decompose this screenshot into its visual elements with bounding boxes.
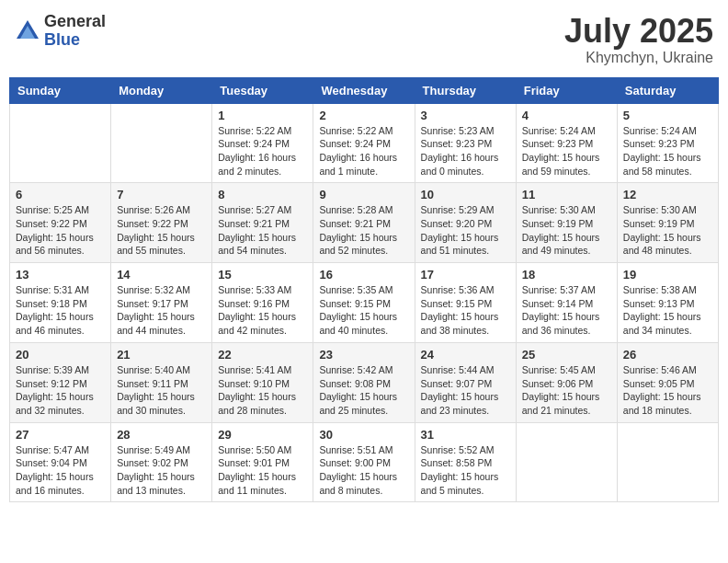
day-cell: 7Sunrise: 5:26 AM Sunset: 9:22 PM Daylig… [111,183,212,263]
day-cell: 8Sunrise: 5:27 AM Sunset: 9:21 PM Daylig… [212,183,313,263]
day-info: Sunrise: 5:32 AM Sunset: 9:17 PM Dayligh… [117,283,206,338]
day-info: Sunrise: 5:40 AM Sunset: 9:11 PM Dayligh… [117,363,206,418]
day-info: Sunrise: 5:24 AM Sunset: 9:23 PM Dayligh… [522,124,611,178]
day-info: Sunrise: 5:50 AM Sunset: 9:01 PM Dayligh… [218,443,307,498]
weekday-header-thursday: Thursday [415,77,516,103]
day-number: 25 [522,348,611,362]
week-row-5: 27Sunrise: 5:47 AM Sunset: 9:04 PM Dayli… [10,422,719,502]
day-cell: 14Sunrise: 5:32 AM Sunset: 9:17 PM Dayli… [111,263,212,343]
day-info: Sunrise: 5:29 AM Sunset: 9:20 PM Dayligh… [421,203,510,258]
day-info: Sunrise: 5:31 AM Sunset: 9:18 PM Dayligh… [16,283,105,338]
calendar-table: SundayMondayTuesdayWednesdayThursdayFrid… [9,77,719,503]
day-number: 14 [117,268,206,282]
day-info: Sunrise: 5:22 AM Sunset: 9:24 PM Dayligh… [218,124,307,178]
day-info: Sunrise: 5:23 AM Sunset: 9:23 PM Dayligh… [421,124,510,178]
day-cell: 22Sunrise: 5:41 AM Sunset: 9:10 PM Dayli… [212,342,313,422]
day-cell [111,103,212,183]
day-cell: 25Sunrise: 5:45 AM Sunset: 9:06 PM Dayli… [516,342,617,422]
day-cell: 3Sunrise: 5:23 AM Sunset: 9:23 PM Daylig… [415,103,516,183]
day-info: Sunrise: 5:37 AM Sunset: 9:14 PM Dayligh… [522,283,611,338]
day-info: Sunrise: 5:25 AM Sunset: 9:22 PM Dayligh… [16,203,105,258]
day-info: Sunrise: 5:33 AM Sunset: 9:16 PM Dayligh… [218,283,307,338]
day-cell: 19Sunrise: 5:38 AM Sunset: 9:13 PM Dayli… [617,263,718,343]
day-info: Sunrise: 5:52 AM Sunset: 8:58 PM Dayligh… [421,443,510,498]
day-info: Sunrise: 5:51 AM Sunset: 9:00 PM Dayligh… [319,443,408,498]
day-cell: 29Sunrise: 5:50 AM Sunset: 9:01 PM Dayli… [212,422,313,502]
day-number: 7 [117,188,206,201]
weekday-header-wednesday: Wednesday [313,77,415,103]
logo: General Blue [15,13,106,50]
day-cell: 6Sunrise: 5:25 AM Sunset: 9:22 PM Daylig… [10,183,111,263]
day-number: 11 [522,188,611,201]
day-number: 22 [218,348,307,362]
title-block: July 2025 Khymchyn, Ukraine [564,13,713,66]
day-number: 13 [16,268,105,282]
week-row-1: 1Sunrise: 5:22 AM Sunset: 9:24 PM Daylig… [10,103,719,183]
weekday-header-tuesday: Tuesday [212,77,313,103]
day-cell: 4Sunrise: 5:24 AM Sunset: 9:23 PM Daylig… [516,103,617,183]
day-number: 6 [16,188,105,201]
day-info: Sunrise: 5:41 AM Sunset: 9:10 PM Dayligh… [218,363,307,418]
day-number: 28 [117,428,206,442]
day-number: 10 [421,188,510,201]
day-info: Sunrise: 5:49 AM Sunset: 9:02 PM Dayligh… [117,443,206,498]
day-number: 4 [522,109,611,122]
day-cell: 26Sunrise: 5:46 AM Sunset: 9:05 PM Dayli… [617,342,718,422]
day-info: Sunrise: 5:30 AM Sunset: 9:19 PM Dayligh… [522,203,611,258]
day-number: 17 [421,268,510,282]
day-cell: 13Sunrise: 5:31 AM Sunset: 9:18 PM Dayli… [10,263,111,343]
logo-blue-text: Blue [44,31,106,50]
day-number: 8 [218,188,307,201]
day-number: 24 [421,348,510,362]
day-cell: 18Sunrise: 5:37 AM Sunset: 9:14 PM Dayli… [516,263,617,343]
week-row-2: 6Sunrise: 5:25 AM Sunset: 9:22 PM Daylig… [10,183,719,263]
day-info: Sunrise: 5:27 AM Sunset: 9:21 PM Dayligh… [218,203,307,258]
logo-general-text: General [44,13,106,31]
day-cell: 10Sunrise: 5:29 AM Sunset: 9:20 PM Dayli… [415,183,516,263]
day-cell: 15Sunrise: 5:33 AM Sunset: 9:16 PM Dayli… [212,263,313,343]
weekday-header-row: SundayMondayTuesdayWednesdayThursdayFrid… [10,77,719,103]
day-cell [10,103,111,183]
day-info: Sunrise: 5:46 AM Sunset: 9:05 PM Dayligh… [623,363,712,418]
day-number: 20 [16,348,105,362]
day-cell: 23Sunrise: 5:42 AM Sunset: 9:08 PM Dayli… [313,342,415,422]
week-row-3: 13Sunrise: 5:31 AM Sunset: 9:18 PM Dayli… [10,263,719,343]
day-number: 3 [421,109,510,122]
day-number: 26 [623,348,712,362]
day-number: 2 [319,109,408,122]
page-header: General Blue July 2025 Khymchyn, Ukraine [9,9,719,70]
day-info: Sunrise: 5:42 AM Sunset: 9:08 PM Dayligh… [319,363,408,418]
day-cell: 12Sunrise: 5:30 AM Sunset: 9:19 PM Dayli… [617,183,718,263]
day-number: 18 [522,268,611,282]
day-cell: 9Sunrise: 5:28 AM Sunset: 9:21 PM Daylig… [313,183,415,263]
location-subtitle: Khymchyn, Ukraine [564,50,713,66]
day-cell: 27Sunrise: 5:47 AM Sunset: 9:04 PM Dayli… [10,422,111,502]
day-cell: 24Sunrise: 5:44 AM Sunset: 9:07 PM Dayli… [415,342,516,422]
weekday-header-monday: Monday [111,77,212,103]
day-cell: 28Sunrise: 5:49 AM Sunset: 9:02 PM Dayli… [111,422,212,502]
logo-icon [15,18,40,44]
day-number: 15 [218,268,307,282]
day-info: Sunrise: 5:47 AM Sunset: 9:04 PM Dayligh… [16,443,105,498]
day-cell: 31Sunrise: 5:52 AM Sunset: 8:58 PM Dayli… [415,422,516,502]
weekday-header-saturday: Saturday [617,77,718,103]
day-info: Sunrise: 5:44 AM Sunset: 9:07 PM Dayligh… [421,363,510,418]
day-cell: 17Sunrise: 5:36 AM Sunset: 9:15 PM Dayli… [415,263,516,343]
day-cell: 5Sunrise: 5:24 AM Sunset: 9:23 PM Daylig… [617,103,718,183]
day-number: 16 [319,268,408,282]
day-info: Sunrise: 5:45 AM Sunset: 9:06 PM Dayligh… [522,363,611,418]
day-number: 1 [218,109,307,122]
day-cell [617,422,718,502]
day-cell: 21Sunrise: 5:40 AM Sunset: 9:11 PM Dayli… [111,342,212,422]
weekday-header-sunday: Sunday [10,77,111,103]
day-info: Sunrise: 5:28 AM Sunset: 9:21 PM Dayligh… [319,203,408,258]
day-number: 27 [16,428,105,442]
day-number: 23 [319,348,408,362]
day-number: 29 [218,428,307,442]
day-number: 12 [623,188,712,201]
day-info: Sunrise: 5:36 AM Sunset: 9:15 PM Dayligh… [421,283,510,338]
day-cell: 20Sunrise: 5:39 AM Sunset: 9:12 PM Dayli… [10,342,111,422]
week-row-4: 20Sunrise: 5:39 AM Sunset: 9:12 PM Dayli… [10,342,719,422]
weekday-header-friday: Friday [516,77,617,103]
day-cell: 2Sunrise: 5:22 AM Sunset: 9:24 PM Daylig… [313,103,415,183]
